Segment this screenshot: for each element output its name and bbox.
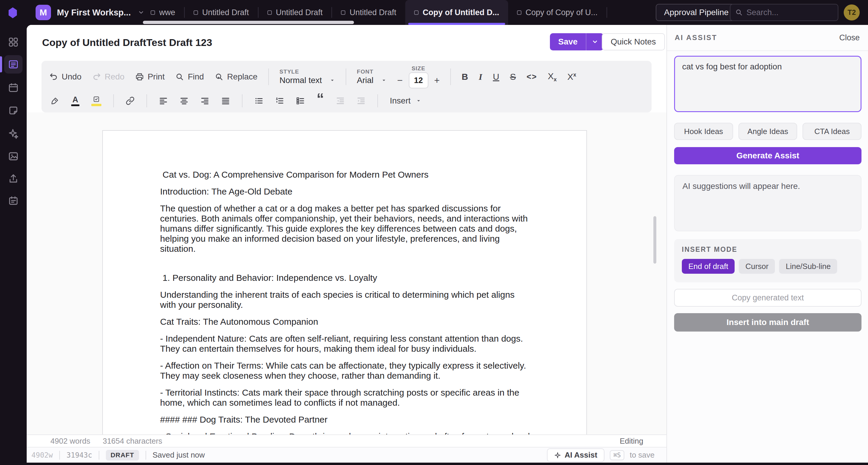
tab-separator [607, 7, 607, 18]
bold-button[interactable]: B [462, 72, 468, 82]
sidebar-item-drafts[interactable] [4, 55, 23, 74]
close-panel-button[interactable]: Close [839, 33, 860, 42]
justify-button[interactable] [221, 96, 230, 105]
tab-scrollbar[interactable] [143, 21, 354, 24]
replace-button[interactable]: Replace [215, 72, 258, 82]
sidebar-item-calendar[interactable] [4, 78, 23, 97]
checklist-button[interactable] [296, 96, 305, 105]
insert-mode-cursor[interactable]: Cursor [739, 259, 775, 274]
generate-assist-button[interactable]: Generate Assist [674, 147, 862, 164]
font-dropdown[interactable]: FONT Arial [357, 68, 386, 85]
find-button[interactable]: Find [175, 72, 204, 82]
redo-button[interactable]: Redo [92, 72, 125, 82]
save-button[interactable]: Save [550, 33, 603, 51]
align-right-button[interactable] [200, 96, 209, 105]
chevron-down-icon [330, 78, 335, 83]
text-color-button[interactable]: A [71, 96, 80, 106]
bullet-list-button[interactable] [254, 96, 263, 105]
highlight-button[interactable] [91, 96, 101, 106]
sidebar-item-dashboard[interactable] [4, 33, 23, 51]
document-header: Copy of Untitled DraftTest Draft 123 Sav… [27, 25, 666, 61]
tab-copy-of-copy[interactable]: Copy of Copy of U... [508, 0, 607, 25]
save-options-caret[interactable] [586, 38, 603, 45]
superscript-button[interactable]: Xx [567, 72, 576, 82]
workspace-avatar[interactable]: M [36, 5, 51, 20]
sidebar-item-notes[interactable] [4, 101, 23, 120]
toolbar-divider [268, 68, 269, 85]
editor-column: Copy of Untitled DraftTest Draft 123 Sav… [27, 25, 666, 463]
size-decrease-button[interactable]: − [397, 75, 403, 86]
sidebar-item-media[interactable] [4, 147, 23, 166]
doc-paragraph: Introduction: The Age-Old Debate [160, 186, 531, 197]
grid-icon [8, 36, 19, 48]
user-avatar[interactable]: T2 [844, 4, 860, 21]
page-title: Copy of Untitled DraftTest Draft 123 [42, 37, 212, 48]
align-center-button[interactable] [180, 96, 189, 105]
align-right-icon [200, 96, 209, 105]
document-scrollbar[interactable] [653, 216, 656, 264]
draft-icon [517, 10, 522, 15]
blockquote-button[interactable]: “ [317, 96, 324, 106]
insert-dropdown[interactable]: Insert [390, 96, 421, 106]
strikethrough-button[interactable]: S [510, 72, 516, 82]
outdent-button[interactable] [336, 96, 345, 105]
insert-into-main-draft-button[interactable]: Insert into main draft [674, 313, 862, 331]
subscript-button[interactable]: Xx [548, 71, 557, 83]
print-button[interactable]: Print [135, 72, 165, 82]
draft-icon [268, 10, 272, 15]
align-left-button[interactable] [159, 96, 168, 105]
approval-pipeline-button[interactable]: Approval Pipeline [656, 4, 737, 21]
link-button[interactable] [126, 96, 134, 105]
global-search [730, 4, 838, 21]
numbered-list-button[interactable] [275, 96, 284, 105]
sparkle-icon [554, 452, 561, 459]
tab-copy-of-untitled-active[interactable]: Copy of Untitled D... [405, 0, 508, 25]
pen-button[interactable] [51, 96, 59, 105]
ai-assist-button[interactable]: AI Assist [547, 448, 604, 462]
ai-panel-header: AI ASSIST Close [667, 25, 868, 51]
active-sidebar-indicator [0, 56, 2, 72]
checklist-icon [296, 96, 305, 105]
numbered-list-icon [275, 96, 284, 105]
copy-generated-text-button[interactable]: Copy generated text [674, 289, 862, 307]
shortcut-hint: to save [630, 451, 655, 460]
notebook-icon [8, 195, 19, 206]
quick-notes-button[interactable]: Quick Notes [602, 33, 665, 51]
underline-button[interactable]: U [493, 72, 499, 82]
style-value: Normal text [280, 76, 322, 85]
insert-mode-line-subline[interactable]: Line/Sub-line [779, 259, 837, 274]
editing-mode-label: Editing [620, 437, 644, 446]
sidebar-item-ai-tools[interactable] [4, 124, 23, 143]
app-logo-icon[interactable] [6, 6, 19, 19]
top-bar: M My First Worksp... wwe Untitled Draft … [0, 0, 868, 25]
chevron-down-icon [416, 98, 421, 104]
chevron-down-icon [592, 38, 598, 45]
document-canvas: Cat vs. Dog: A Comprehensive Comparison … [27, 112, 666, 434]
ai-prompt-input[interactable]: cat vs fog best for adoption [674, 56, 862, 112]
toolbar-row-1: Undo Redo Print Find [49, 63, 644, 90]
cta-ideas-button[interactable]: CTA Ideas [803, 123, 862, 140]
insert-mode-end-of-draft[interactable]: End of draft [682, 259, 735, 274]
size-increase-button[interactable]: + [434, 75, 440, 86]
angle-ideas-button[interactable]: Angle Ideas [739, 123, 798, 140]
italic-button[interactable]: I [479, 72, 482, 82]
style-dropdown[interactable]: STYLE Normal text [280, 68, 335, 85]
workspace-switcher[interactable]: My First Worksp... [57, 0, 144, 25]
toolbar-divider [113, 94, 114, 107]
hook-ideas-button[interactable]: Hook Ideas [674, 123, 733, 140]
indent-button[interactable] [356, 96, 366, 105]
search-input[interactable] [746, 8, 833, 17]
undo-button[interactable]: Undo [49, 72, 82, 82]
document-page[interactable]: Cat vs. Dog: A Comprehensive Comparison … [102, 130, 587, 434]
draft-icon [151, 10, 155, 15]
search-icon [735, 9, 743, 16]
document-text[interactable]: Cat vs. Dog: A Comprehensive Comparison … [103, 131, 586, 434]
sidebar-item-planner[interactable] [4, 192, 23, 210]
printer-icon [135, 72, 144, 81]
saved-status: Saved just now [153, 451, 205, 460]
sidebar-item-publish[interactable] [4, 169, 23, 188]
code-button[interactable]: <> [526, 72, 537, 82]
size-input[interactable] [409, 72, 428, 88]
doc-paragraph: - Affection on Their Terms: While cats c… [160, 360, 531, 381]
toolbar-divider [346, 68, 346, 85]
